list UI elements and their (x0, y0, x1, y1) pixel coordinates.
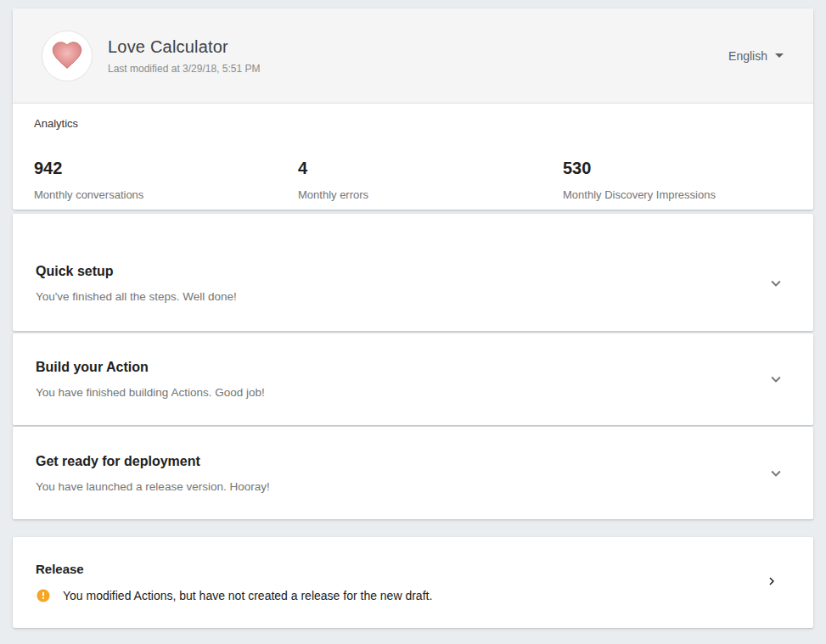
last-modified: Last modified at 3/29/18, 5:51 PM (108, 63, 728, 75)
app-header: Love Calculator Last modified at 3/29/18… (13, 8, 813, 104)
chevron-down-icon[interactable] (767, 464, 785, 483)
release-content: Release You modified Actions, but have n… (36, 562, 432, 603)
release-card[interactable]: Release You modified Actions, but have n… (13, 537, 813, 628)
chevron-down-icon[interactable] (767, 370, 785, 389)
metric-monthly-discovery-impressions: 530 Monthly Discovery Impressions (563, 159, 792, 201)
release-warning-row: You modified Actions, but have not creat… (36, 588, 432, 603)
metric-value: 4 (298, 159, 563, 178)
page-title: Love Calculator (108, 37, 728, 57)
panel-build-your-action[interactable]: Build your Action You have finished buil… (13, 333, 813, 425)
warning-icon (36, 588, 51, 603)
release-title: Release (36, 562, 432, 576)
language-selector[interactable]: English (728, 49, 784, 63)
metric-value: 942 (34, 159, 298, 178)
panel-title: Get ready for deployment (36, 454, 270, 469)
chevron-right-icon[interactable] (764, 574, 783, 592)
app-card: Love Calculator Last modified at 3/29/18… (13, 8, 813, 210)
metric-monthly-conversations: 942 Monthly conversations (34, 159, 298, 201)
metric-value: 530 (563, 159, 792, 178)
panel-content: Build your Action You have finished buil… (36, 360, 265, 399)
analytics-heading: Analytics (34, 117, 792, 130)
metric-label: Monthly Discovery Impressions (563, 188, 792, 201)
panel-subtitle: You have finished building Actions. Good… (36, 386, 265, 399)
panel-title: Quick setup (36, 264, 237, 279)
panel-content: Quick setup You've finished all the step… (36, 264, 237, 303)
analytics-section: Analytics 942 Monthly conversations 4 Mo… (13, 104, 813, 210)
header-text: Love Calculator Last modified at 3/29/18… (108, 37, 728, 75)
metric-label: Monthly conversations (34, 188, 298, 201)
release-message: You modified Actions, but have not creat… (63, 589, 432, 602)
heart-icon (50, 38, 84, 74)
panel-title: Build your Action (36, 360, 265, 375)
metric-label: Monthly errors (298, 188, 563, 201)
language-label: English (728, 49, 767, 63)
metrics-row: 942 Monthly conversations 4 Monthly erro… (34, 159, 792, 201)
chevron-down-icon[interactable] (767, 274, 785, 293)
app-avatar (42, 31, 93, 81)
panel-quick-setup[interactable]: Quick setup You've finished all the step… (13, 214, 813, 331)
panel-get-ready-for-deployment[interactable]: Get ready for deployment You have launch… (13, 427, 813, 519)
panel-subtitle: You've finished all the steps. Well done… (36, 290, 237, 303)
dropdown-arrow-icon[interactable] (775, 53, 784, 58)
metric-monthly-errors: 4 Monthly errors (298, 159, 563, 201)
page: Love Calculator Last modified at 3/29/18… (0, 0, 826, 628)
panel-subtitle: You have launched a release version. Hoo… (36, 480, 270, 493)
panel-content: Get ready for deployment You have launch… (36, 454, 270, 493)
